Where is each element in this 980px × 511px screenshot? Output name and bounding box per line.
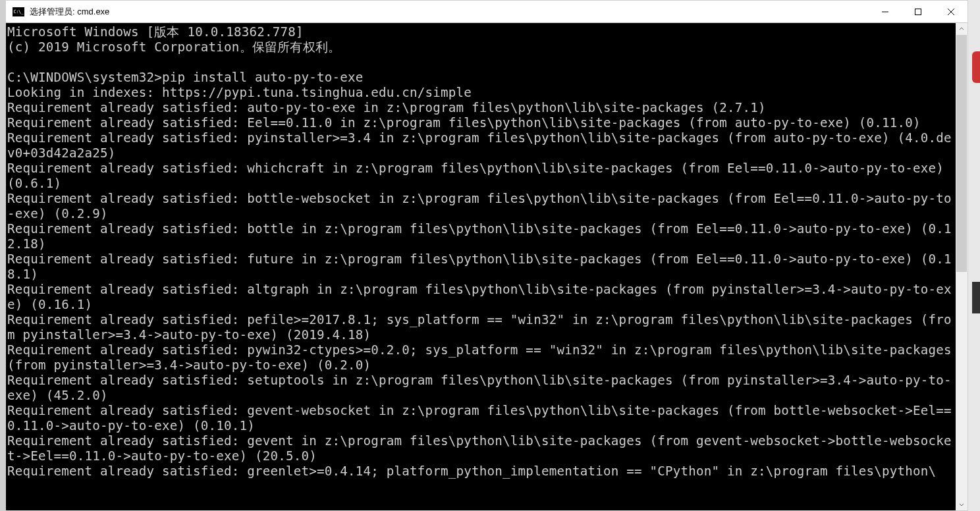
close-icon [947, 8, 955, 16]
cmd-icon [13, 7, 24, 16]
chevron-up-icon [959, 26, 964, 32]
scroll-down-button[interactable] [956, 498, 967, 510]
scrollbar[interactable] [956, 23, 967, 510]
scroll-up-button[interactable] [956, 23, 967, 35]
minimize-icon [881, 8, 889, 16]
window-controls [869, 1, 967, 22]
chevron-down-icon [959, 502, 964, 507]
terminal-area: Microsoft Windows [版本 10.0.18362.778] (c… [6, 23, 967, 510]
right-marker-dark [972, 282, 980, 313]
window-title: 选择管理员: cmd.exe [30, 6, 869, 18]
maximize-icon [914, 8, 922, 16]
terminal-output[interactable]: Microsoft Windows [版本 10.0.18362.778] (c… [6, 23, 956, 510]
titlebar[interactable]: 选择管理员: cmd.exe [6, 1, 967, 23]
right-marker-red [972, 51, 980, 83]
cmd-window: 选择管理员: cmd.exe Microsoft Windows [版本 10.… [5, 0, 968, 511]
svg-rect-1 [915, 9, 921, 14]
maximize-button[interactable] [902, 1, 935, 22]
minimize-button[interactable] [869, 1, 902, 22]
scroll-thumb[interactable] [956, 35, 967, 272]
close-button[interactable] [935, 1, 967, 22]
